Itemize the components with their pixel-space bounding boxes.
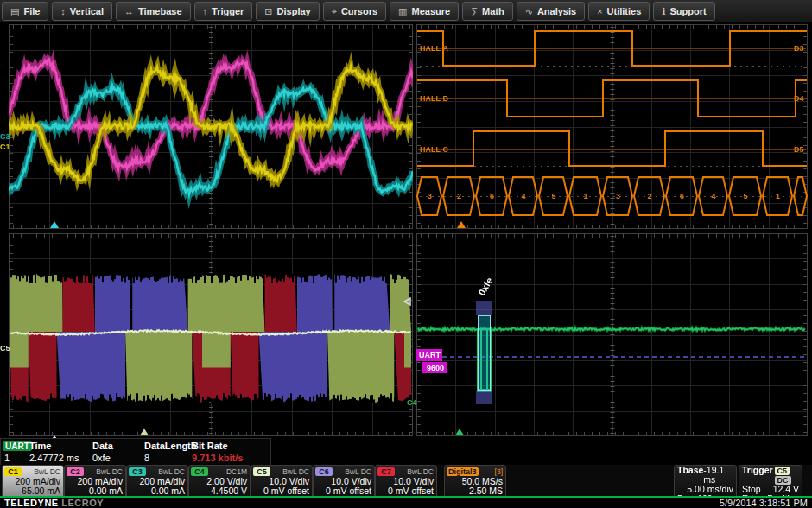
channel-marker-c4[interactable]: C4 (407, 399, 417, 407)
row-data: 0xfe (92, 453, 144, 463)
channel-descriptor-digital3[interactable]: Digital3[3] 50.0 MS/s 2.50 MS (444, 465, 506, 498)
c3-offset: 0.00 mA (127, 486, 187, 496)
menu-support-label: Support (670, 6, 707, 16)
monitor-icon: ⊡ (264, 6, 272, 17)
digital3-lines: [3] (495, 467, 503, 476)
channel-strip: C1BwL DC 200 mA/div -65.00 mA C2BwL DC 2… (0, 465, 812, 496)
c5-badge: C5 (253, 467, 270, 476)
channel-descriptor-c5[interactable]: C5BwL DC 10.0 V/div 0 mV offset (251, 465, 313, 498)
waveform-chart-icon: ∿ (525, 6, 533, 17)
file-icon: ▤ (10, 6, 19, 17)
menu-utilities[interactable]: ×Utilities (588, 2, 650, 21)
uart-protocol-badge: UART (3, 441, 32, 451)
menu-vertical-label: Vertical (70, 6, 104, 16)
menu-trigger-label: Trigger (212, 6, 244, 16)
menu-analysis-label: Analysis (537, 6, 576, 16)
c5-offset: 0 mV offset (251, 486, 312, 496)
c1-offset: -65.00 mA (3, 486, 63, 496)
menu-bar: ▤File ↕Vertical ↔Timebase ↑Trigger ⊡Disp… (0, 0, 812, 23)
uart-decode-grid[interactable] (416, 233, 808, 436)
menu-math[interactable]: ∑Math (462, 2, 513, 21)
brand-logo: TELEDYNE LECROY (4, 498, 104, 508)
vertical-arrows-icon: ↕ (60, 6, 66, 16)
menu-timebase-label: Timebase (138, 6, 182, 16)
menu-analysis[interactable]: ∿Analysis (517, 2, 585, 21)
trigger-descriptor[interactable]: TriggerC5DC Stop12.4 V EdgePositive (739, 465, 802, 498)
menu-cursors-label: Cursors (341, 6, 377, 16)
waveform-display-area: C3 C1 C5 C4 (0, 22, 812, 436)
c1-coupling: BwL DC (34, 467, 60, 476)
menu-math-label: Math (482, 6, 504, 16)
channel-descriptor-c2[interactable]: C2BwL DC 200 mA/div 0.00 mA (64, 465, 126, 498)
tools-icon: × (597, 6, 602, 16)
uart-decode-table: UART Time Data DataLength Bit Rate 1 2.4… (0, 438, 271, 467)
c3-coupling: BwL DC (158, 467, 185, 476)
analog-currents-grid[interactable] (9, 24, 413, 229)
c5-coupling: BwL DC (282, 467, 309, 476)
menu-measure-label: Measure (412, 6, 451, 16)
cursor-icon: ⌖ (332, 6, 337, 17)
tbase-label: Tbase (677, 466, 703, 485)
col-data: Data (92, 441, 144, 451)
menu-trigger[interactable]: ↑Trigger (194, 2, 253, 21)
footer-bar: TELEDYNE LECROY 5/9/2014 3:18:51 PM (0, 498, 812, 508)
c6-offset: 0 mV offset (314, 486, 374, 496)
c7-badge: C7 (377, 467, 395, 476)
menu-display-label: Display (277, 6, 311, 16)
c2-coupling: BwL DC (96, 467, 123, 476)
horizontal-arrows-icon: ↔ (124, 6, 134, 16)
channel-marker-c1[interactable]: C1 (0, 143, 10, 151)
c2-offset: 0.00 mA (65, 486, 125, 496)
tbase-delay: -19.1 ms (703, 466, 733, 485)
datetime: 5/9/2014 3:18:51 PM (720, 498, 808, 508)
c7-offset: 0 mV offset (376, 486, 436, 496)
trigger-arrow-icon: ↑ (203, 6, 208, 16)
channel-descriptor-c3[interactable]: C3BwL DC 200 mA/div 0.00 mA (126, 465, 188, 498)
channel-descriptor-c7[interactable]: C7BwL DC 10.0 V/div 0 mV offset (375, 465, 437, 498)
info-icon: ℹ (662, 6, 665, 17)
pwm-voltages-grid[interactable] (9, 233, 413, 436)
c6-badge: C6 (315, 467, 333, 476)
c3-badge: C3 (129, 467, 146, 476)
digital3-samples: 2.50 MS (445, 486, 505, 496)
menu-support[interactable]: ℹSupport (653, 2, 714, 21)
digital3-badge: Digital3 (447, 467, 479, 476)
menu-measure[interactable]: ▥Measure (390, 2, 459, 21)
row-time: 2.47772 ms (29, 453, 92, 463)
c2-badge: C2 (67, 467, 84, 476)
trigger-source-badge: C5 (775, 467, 790, 475)
channel-descriptor-c1[interactable]: C1BwL DC 200 mA/div -65.00 mA (2, 465, 64, 498)
channel-marker-c3[interactable]: C3 (0, 133, 10, 141)
c4-coupling: DC1M (226, 467, 247, 476)
channel-marker-c5[interactable]: C5 (0, 345, 10, 352)
row-bitrate: 9.713 kbit/s (192, 453, 268, 463)
channel-descriptor-c4[interactable]: C4DC1M 2.00 V/div -4.4500 V (188, 465, 251, 498)
timebase-descriptor[interactable]: Tbase-19.1 ms 5.00 ms/div 5 MS100 MS/s (674, 465, 737, 498)
c4-offset: -4.4500 V (189, 486, 250, 496)
trigger-label: Trigger (742, 466, 773, 485)
menu-file[interactable]: ▤File (2, 2, 48, 21)
row-datalength: 8 (144, 453, 192, 463)
c1-badge: C1 (4, 467, 22, 476)
row-index: 1 (1, 453, 29, 463)
table-row: 1 2.47772 ms 0xfe 8 9.713 kbit/s (1, 452, 270, 464)
c6-coupling: BwL DC (345, 467, 371, 476)
hall-digital-grid[interactable] (416, 24, 808, 229)
menu-utilities-label: Utilities (607, 6, 642, 16)
channel-descriptor-c6[interactable]: C6BwL DC 10.0 V/div 0 mV offset (313, 465, 375, 498)
menu-file-label: File (23, 6, 40, 16)
menu-display[interactable]: ⊡Display (256, 2, 319, 21)
c4-badge: C4 (191, 467, 208, 476)
ruler-icon: ▥ (398, 6, 407, 17)
menu-vertical[interactable]: ↕Vertical (52, 2, 112, 21)
col-bitrate: Bit Rate (192, 441, 268, 451)
col-datalength: DataLength (144, 441, 192, 451)
menu-timebase[interactable]: ↔Timebase (116, 2, 191, 21)
c7-coupling: BwL DC (407, 467, 434, 476)
menu-cursors[interactable]: ⌖Cursors (323, 2, 386, 21)
calculator-icon: ∑ (471, 6, 478, 16)
col-time: Time (29, 441, 92, 451)
